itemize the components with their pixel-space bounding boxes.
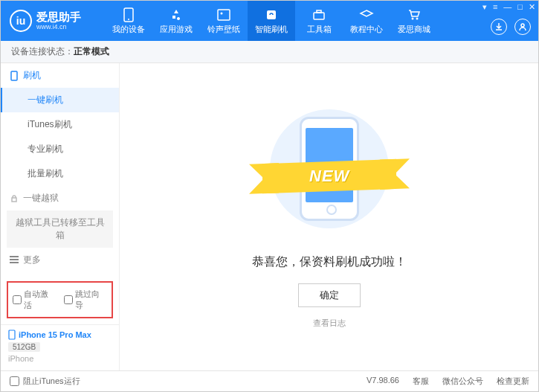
user-button[interactable] [514,19,531,35]
window-controls: ▾ ≡ — □ ✕ [482,2,535,12]
success-illustration: NEW [255,106,404,240]
footer: 阻止iTunes运行 V7.98.66 客服 微信公众号 检查更新 [1,370,538,391]
svg-point-3 [221,12,223,14]
menu-icon[interactable]: ▾ [482,2,487,12]
apps-icon [169,7,184,22]
status-bar: 设备连接状态： 正常模式 [1,41,538,63]
sidebar-item-itunes[interactable]: iTunes刷机 [1,112,119,137]
list-icon [10,256,19,263]
status-value: 正常模式 [74,45,109,58]
device-info: iPhone 15 Pro Max 512GB iPhone [1,324,119,370]
nav-tutorials[interactable]: 教程中心 [343,1,390,41]
refresh-icon [264,7,279,22]
nav-flash[interactable]: 智能刷机 [248,1,295,41]
graduation-icon [359,7,374,22]
sidebar-item-other[interactable]: 其他工具 [1,272,119,275]
svg-rect-6 [317,10,321,13]
svg-rect-5 [314,13,324,19]
nav-toolbox[interactable]: 工具箱 [295,1,343,41]
svg-point-8 [416,17,419,19]
wallpaper-icon [216,7,231,22]
sidebar-item-pro[interactable]: 专业刷机 [1,137,119,161]
logo-subtext: www.i4.cn [36,23,81,30]
activation-checkboxes: 自动激活 跳过向导 [7,281,113,318]
svg-rect-12 [9,330,15,339]
svg-point-7 [412,17,414,19]
main-nav: 我的设备 应用游戏 铃声壁纸 智能刷机 工具箱 教程中心 [105,1,538,41]
nav-my-device[interactable]: 我的设备 [105,1,152,41]
svg-point-9 [521,24,524,27]
svg-rect-11 [12,198,16,202]
toolbox-icon [312,7,326,22]
minimize-icon[interactable]: — [503,2,511,12]
svg-rect-10 [11,71,17,80]
device-storage: 512GB [8,342,40,352]
ok-button[interactable]: 确定 [298,283,361,307]
phone-icon [121,7,136,22]
checkbox-auto-activate[interactable]: 自动激活 [13,289,57,311]
view-log-link[interactable]: 查看日志 [313,318,346,329]
close-icon[interactable]: ✕ [529,2,535,12]
lock-icon [10,194,19,203]
status-prefix: 设备连接状态： [11,45,74,58]
sidebar-group-flash[interactable]: 刷机 [1,63,119,88]
checkbox-skip-guide[interactable]: 跳过向导 [64,289,108,311]
svg-point-1 [128,19,129,20]
device-type: iPhone [8,354,112,363]
cart-icon [407,7,422,22]
version-label: V7.98.66 [367,376,399,387]
settings-icon[interactable]: ≡ [493,2,497,12]
phone-icon [8,330,16,340]
main-content: NEW 恭喜您，保资料刷机成功啦！ 确定 查看日志 [120,63,538,370]
block-itunes-checkbox[interactable] [10,376,19,386]
block-itunes-label: 阻止iTunes运行 [23,376,80,387]
nav-store[interactable]: 爱思商城 [390,1,438,41]
svg-rect-4 [267,10,276,19]
ribbon-text: NEW [309,167,349,186]
nav-apps[interactable]: 应用游戏 [152,1,200,41]
sidebar: 刷机 一键刷机 iTunes刷机 专业刷机 批量刷机 一键越狱 越狱工具已转移至… [1,63,120,370]
maximize-icon[interactable]: □ [517,2,523,12]
device-name: iPhone 15 Pro Max [19,330,91,339]
sidebar-group-jailbreak[interactable]: 一键越狱 [1,186,119,211]
footer-update[interactable]: 检查更新 [497,376,529,387]
sidebar-group-more[interactable]: 更多 [1,248,119,272]
footer-wechat[interactable]: 微信公众号 [442,376,483,387]
download-button[interactable] [491,19,507,35]
logo-icon: iu [10,10,32,32]
app-header: iu 爱思助手 www.i4.cn 我的设备 应用游戏 铃声壁纸 智能刷机 [1,1,538,41]
sidebar-item-oneclick[interactable]: 一键刷机 [1,88,119,112]
success-message: 恭喜您，保资料刷机成功啦！ [252,254,407,270]
sidebar-item-batch[interactable]: 批量刷机 [1,161,119,186]
footer-support[interactable]: 客服 [413,376,429,387]
logo-text: 爱思助手 [36,11,81,24]
svg-rect-2 [218,10,230,20]
logo: iu 爱思助手 www.i4.cn [1,10,105,32]
nav-ringtones[interactable]: 铃声壁纸 [200,1,248,41]
sidebar-jailbreak-note: 越狱工具已转移至工具箱 [7,211,113,248]
